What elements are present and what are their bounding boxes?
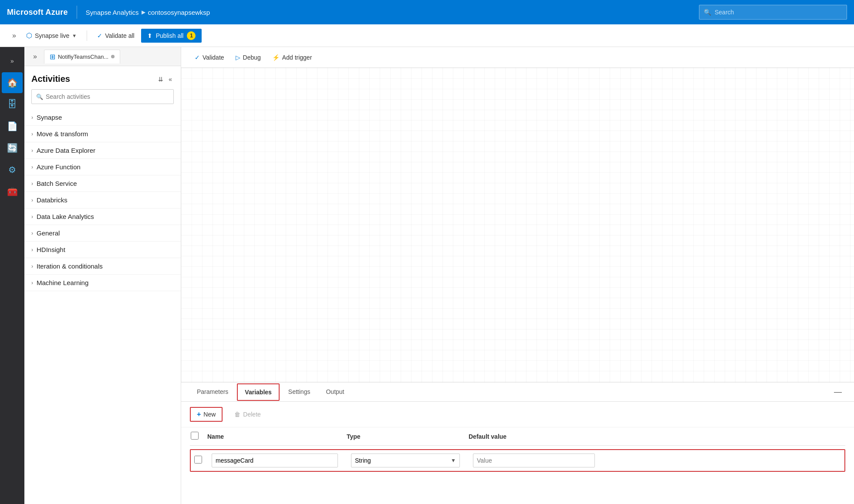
nav-workspace: contososynapsewksp [148,9,210,16]
nav-app[interactable]: Synapse Analytics [86,9,139,16]
row-check-col [194,456,212,465]
sidebar-expand-button[interactable]: » [9,29,20,42]
synapse-icon: ⬡ [26,31,32,40]
sidebar-item-manage[interactable]: 🧰 [2,181,23,202]
header-name: Name [207,433,347,440]
sidebar-item-monitor[interactable]: ⚙ [2,159,23,180]
global-search-box[interactable]: 🔍 [699,5,847,20]
activity-item-batch-service[interactable]: › Batch Service [24,175,181,192]
publish-icon: ⬆ [147,32,152,39]
activities-panel: » ⊞ NotifiyTeamsChan... Activities ⇊ « 🔍… [24,47,181,504]
bottom-panel: Parameters Variables Settings Output — +… [181,382,854,504]
sidebar-item-data[interactable]: 🗄 [2,94,23,115]
publish-all-label: Publish all [156,32,184,39]
pipeline-canvas[interactable] [181,68,854,382]
pipeline-tab[interactable]: ⊞ NotifiyTeamsChan... [44,50,120,64]
trash-icon: 🗑 [234,411,240,418]
activity-item-machine-learning[interactable]: › Machine Learning [24,275,181,291]
search-icon: 🔍 [704,9,711,16]
type-select-wrapper: String Boolean Integer Float Array ▼ [351,454,460,467]
publish-all-button[interactable]: ⬆ Publish all 1 [141,29,202,43]
select-all-checkbox[interactable] [191,432,199,440]
activity-item-move-transform[interactable]: › Move & transform [24,126,181,142]
canvas-grid [181,68,854,382]
add-trigger-button[interactable]: ⚡ Add trigger [267,51,317,64]
header-default-value: Default value [469,433,845,440]
activity-label: General [37,229,60,237]
chevron-icon: › [31,263,33,269]
add-trigger-label: Add trigger [282,54,312,61]
row-checkbox[interactable] [194,456,202,464]
activity-label: Data Lake Analytics [37,213,94,220]
top-bar: Microsoft Azure Synapse Analytics ▶ cont… [0,0,854,24]
tab-parameters[interactable]: Parameters [190,384,235,400]
canvas-toolbar: ✓ Validate ▷ Debug ⚡ Add trigger [181,47,854,68]
chevron-icon: › [31,148,33,154]
main-layout: » 🏠 🗄 📄 🔄 ⚙ 🧰 » ⊞ NotifiyTeamsChan... Ac… [0,47,854,504]
icon-sidebar: » 🏠 🗄 📄 🔄 ⚙ 🧰 [0,47,24,504]
activity-item-general[interactable]: › General [24,225,181,242]
minimize-button[interactable]: — [830,386,845,398]
lightning-icon: ⚡ [272,54,280,61]
tab-parameters-label: Parameters [197,388,228,395]
close-panel-button[interactable]: « [167,75,174,84]
type-select[interactable]: String Boolean Integer Float Array [355,454,451,467]
delete-variable-button[interactable]: 🗑 Delete [228,408,267,421]
row-type-col: String Boolean Integer Float Array ▼ [351,454,473,467]
activities-title: Activities [31,74,70,84]
sidebar-item-integrate[interactable]: 🔄 [2,138,23,158]
activities-search-box[interactable]: 🔍 [31,89,174,104]
variable-name-input[interactable] [212,454,338,467]
new-variable-button[interactable]: + New [190,407,223,422]
debug-button[interactable]: ▷ Debug [231,51,266,64]
delete-label: Delete [243,411,260,418]
activity-item-databricks[interactable]: › Databricks [24,192,181,208]
activities-header: Activities ⇊ « [24,66,181,89]
plus-icon: + [197,410,201,418]
activity-item-synapse[interactable]: › Synapse [24,109,181,126]
variables-toolbar: + New 🗑 Delete [181,402,854,427]
validate-all-button[interactable]: ✓ Validate all [92,30,139,42]
canvas-area: ✓ Validate ▷ Debug ⚡ Add trigger Paramet… [181,47,854,504]
chevron-icon: › [31,247,33,253]
synapse-live-label: Synapse live [35,32,69,39]
activities-search-input[interactable] [46,93,169,100]
chevron-icon: › [31,230,33,236]
tab-variables-label: Variables [245,389,272,396]
top-nav: Synapse Analytics ▶ contososynapsewksp [86,9,210,16]
sidebar-item-develop[interactable]: 📄 [2,116,23,137]
debug-label: Debug [243,54,261,61]
tab-unsaved-dot [111,55,115,58]
activity-label: Batch Service [37,180,77,187]
azure-logo: Microsoft Azure [7,8,68,17]
checkmark-icon: ✓ [195,54,200,61]
activity-label: Move & transform [37,130,88,138]
collapse-all-button[interactable]: ⇊ [156,75,165,84]
pipeline-icon: ⊞ [50,53,55,61]
synapse-live-button[interactable]: ⬡ Synapse live ▼ [21,29,81,42]
panel-expand-button[interactable]: » [30,50,41,63]
sidebar-expand-toggle[interactable]: » [2,50,23,71]
validate-all-label: Validate all [105,32,134,39]
checkmark-icon: ✓ [97,32,102,39]
variable-row: String Boolean Integer Float Array ▼ [190,449,845,472]
activity-label: Synapse [37,114,62,121]
activity-label: HDInsight [37,246,65,253]
activity-item-hdinsight[interactable]: › HDInsight [24,242,181,258]
tab-output[interactable]: Output [319,384,351,400]
default-value-input[interactable] [473,454,595,467]
validate-button[interactable]: ✓ Validate [190,51,229,64]
activity-item-data-lake-analytics[interactable]: › Data Lake Analytics [24,208,181,225]
activities-tab-bar: » ⊞ NotifiyTeamsChan... [24,47,181,66]
tab-variables[interactable]: Variables [237,383,280,401]
activity-item-iteration-conditionals[interactable]: › Iteration & conditionals [24,258,181,275]
sidebar-item-home[interactable]: 🏠 [2,72,23,93]
second-toolbar: » ⬡ Synapse live ▼ ✓ Validate all ⬆ Publ… [0,24,854,47]
global-search-input[interactable] [715,9,842,16]
tab-settings-label: Settings [288,388,311,395]
activity-item-azure-function[interactable]: › Azure Function [24,159,181,175]
row-default-col [473,454,841,467]
tab-settings[interactable]: Settings [281,384,317,400]
activity-item-azure-data-explorer[interactable]: › Azure Data Explorer [24,142,181,159]
activity-label: Azure Data Explorer [37,147,95,154]
